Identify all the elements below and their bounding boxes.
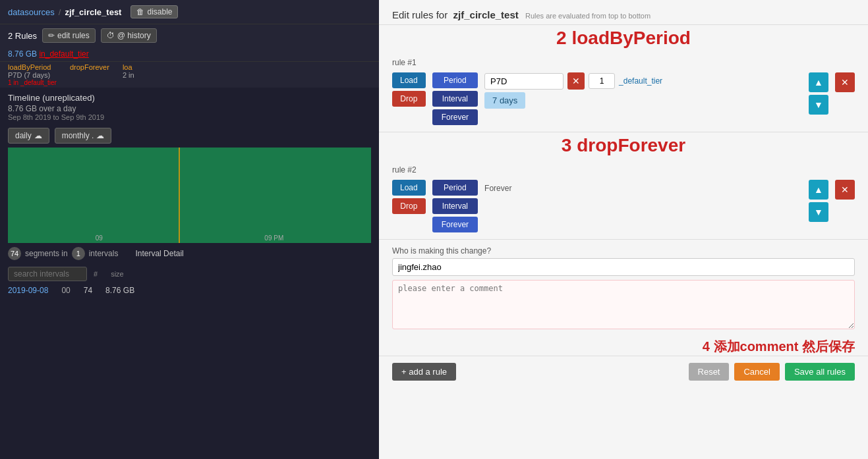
clock-icon: ⏱ [107,31,115,40]
rule1-type-buttons: Period Interval Forever [432,72,478,125]
timeline-section: Timeline (unreplicated) 8.76 GB over a d… [0,88,379,124]
cancel-button[interactable]: Cancel [734,363,779,381]
col-hash: # [94,270,98,278]
col-loa: loa 2 in [123,63,134,86]
search-intervals-input[interactable] [8,267,87,281]
rule2-label: rule #2 [392,165,855,175]
breadcrumb-separator: / [59,7,61,17]
change-user-input[interactable] [392,258,855,276]
history-button[interactable]: ⏱ @ history [101,28,157,43]
rule1-delete-button[interactable]: ✕ [835,72,855,92]
add-rule-button[interactable]: + add a rule [392,363,456,381]
intervals-label: intervals [89,249,119,258]
timeline-date: Sep 8th 2019 to Sep 9th 2019 [8,113,371,121]
rule1-drop-button[interactable]: Drop [392,91,426,107]
rule2-load-button[interactable]: Load [392,180,426,196]
annotation-dropforever: 3 dropForever [379,135,868,156]
rule1-tier-count[interactable] [589,73,615,89]
modal-ds-bold: zjf_circle_test [453,9,519,20]
rule2-config: Forever [484,180,802,193]
rule1-remove-button[interactable]: ✕ [567,72,585,90]
rule1-row: Load Drop Period Interval Forever ✕ _def… [392,72,855,125]
disable-button[interactable]: 🗑 disable [130,5,178,18]
modal-header: Edit rules for Edit rules for zjf_circle… [379,0,868,25]
pencil-icon: ✏ [48,31,55,40]
modal-subtitle: Rules are evaluated from top to bottom [525,12,651,20]
save-all-rules-button[interactable]: Save all rules [785,363,855,381]
rule1-duration-tag: 7 days [484,92,525,109]
rule2-down-button[interactable]: ▼ [809,202,828,222]
cloud-icon: ☁ [34,131,42,140]
columns-bar: loadByPeriod P7D (7 days) 1 in _default_… [0,61,379,88]
change-section: Who is making this change? [379,240,868,338]
chart-green-bar [8,148,371,243]
rule2-actions: Load Drop [392,180,426,214]
modal-title: Edit rules for Edit rules for zjf_circle… [392,9,651,20]
segments-bar: 74 segments in 1 intervals Interval Deta… [0,243,379,264]
rule2-section: rule #2 Load Drop Period Interval Foreve… [379,159,868,240]
rule1-up-button[interactable]: ▲ [809,72,828,92]
rule1-down-button[interactable]: ▼ [809,95,828,115]
chart-area: 09 09 PM [8,148,371,243]
rules-bar: 2 Rules ✏ edit rules ⏱ @ history [0,24,379,47]
tier-link[interactable]: in_default_tier [39,49,88,59]
comment-textarea[interactable] [392,280,855,329]
interval-hour: 00 [61,286,70,295]
size-value: 8.76 GB [8,49,37,59]
rule2-period-button[interactable]: Period [432,180,478,196]
chart-timeline-line [179,148,180,243]
rule2-up-button[interactable]: ▲ [809,180,828,200]
timeline-size: 8.76 GB over a day [8,104,371,113]
rule1-updown: ▲ ▼ [809,72,828,115]
datasources-link[interactable]: datasources [8,7,55,17]
rule2-interval-button[interactable]: Interval [432,198,478,214]
monthly-button[interactable]: monthly . ☁ [55,128,112,144]
action-buttons: daily ☁ monthly . ☁ [0,124,379,148]
rule1-period-button[interactable]: Period [432,72,478,88]
rule1-config-row1: ✕ _default_tier [484,72,802,90]
breadcrumb: datasources / zjf_circle_test 🗑 disable [0,0,379,24]
col-dropforever: dropForever [70,63,109,86]
right-panel: Edit rules for Edit rules for zjf_circle… [379,0,868,459]
rule1-period-input[interactable] [484,73,564,90]
current-datasource: zjf_circle_test [65,7,121,17]
chart-time-labels: 09 09 PM [8,234,371,242]
interval-detail-title: Interval Detail [135,249,183,258]
rule1-interval-button[interactable]: Interval [432,91,478,107]
rule1-section: rule #1 Load Drop Period Interval Foreve… [379,51,868,132]
rule1-duration-row: 7 days [484,92,802,109]
rule2-delete-button[interactable]: ✕ [835,180,855,200]
change-label: Who is making this change? [392,246,855,256]
rule2-drop-button[interactable]: Drop [392,198,426,214]
col-size: size [111,270,124,278]
rule1-config: ✕ _default_tier 7 days [484,72,802,109]
annotation-bottom: 4 添加comment 然后保存 [379,338,868,356]
interval-row: 2019-09-08 00 74 8.76 GB [0,284,379,297]
modal-footer: + add a rule Reset Cancel Save all rules [379,356,868,387]
col-loadbyperiod: loadByPeriod P7D (7 days) 1 in _default_… [8,63,57,86]
intervals-count-badge: 1 [72,247,85,260]
col-headers: # size [94,270,124,278]
rule2-type-buttons: Period Interval Forever [432,180,478,232]
size-info: 8.76 GB in_default_tier [0,47,379,61]
rule1-load-button[interactable]: Load [392,72,426,88]
rules-count: 2 Rules [8,31,37,41]
timeline-title: Timeline (unreplicated) [8,93,371,103]
rule2-forever-button[interactable]: Forever [432,217,478,232]
rule1-tier-link[interactable]: _default_tier [619,76,662,86]
modal-title-prefix: Edit rules for [392,9,450,20]
interval-count: 74 [84,286,92,295]
daily-button[interactable]: daily ☁ [8,128,49,144]
left-panel: datasources / zjf_circle_test 🗑 disable … [0,0,379,459]
rule2-forever-label: Forever [484,184,802,193]
rule2-row: Load Drop Period Interval Forever Foreve… [392,180,855,232]
interval-date: 2019-09-08 [8,286,48,295]
annotation-loadbyperiod: 2 loadByPeriod [379,28,868,49]
trash-icon: 🗑 [136,7,144,16]
segments-count-badge: 74 [8,247,21,260]
rule1-forever-button[interactable]: Forever [432,109,478,125]
search-intervals-row: # size [0,264,379,284]
edit-rules-button[interactable]: ✏ edit rules [42,28,96,43]
cloud-icon-monthly: ☁ [96,131,104,140]
reset-button[interactable]: Reset [689,363,730,381]
